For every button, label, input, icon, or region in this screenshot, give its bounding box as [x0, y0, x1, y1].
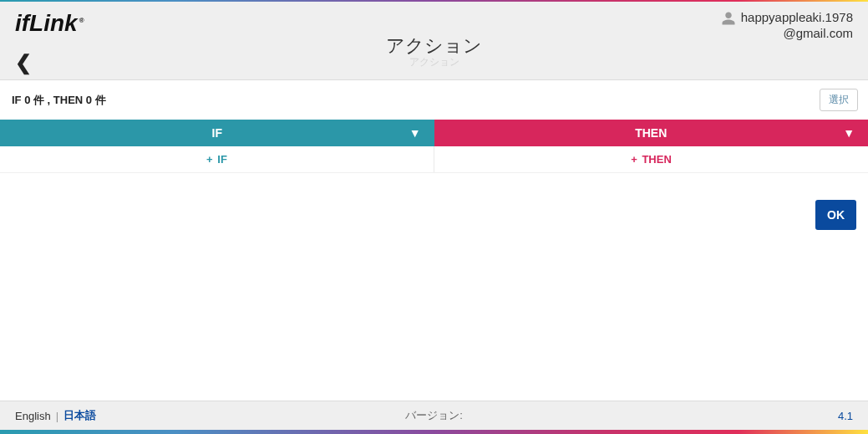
then-column-header[interactable]: THEN ▼: [434, 120, 869, 146]
page-subtitle: アクション: [15, 55, 853, 69]
language-switcher: English | 日本語: [15, 408, 96, 423]
lang-english[interactable]: English: [15, 410, 51, 422]
version-label: バージョン:: [405, 408, 463, 423]
header: ifLink® happyappleaki.1978 @gmail.com アク…: [0, 2, 868, 80]
add-then-label: THEN: [642, 153, 671, 166]
status-text: IF 0 件 , THEN 0 件: [12, 93, 106, 108]
then-column-label: THEN: [635, 126, 667, 140]
user-account[interactable]: happyappleaki.1978 @gmail.com: [721, 10, 853, 42]
user-domain: @gmail.com: [741, 26, 853, 42]
version-value: 4.1: [838, 410, 853, 422]
select-button[interactable]: 選択: [820, 89, 858, 111]
add-if-button[interactable]: + IF: [0, 146, 434, 172]
plus-icon: +: [631, 153, 637, 166]
chevron-down-icon: ▼: [409, 126, 421, 140]
footer: English | 日本語 バージョン: 4.1: [0, 401, 868, 430]
columns-header: IF ▼ THEN ▼: [0, 120, 868, 146]
lang-separator: |: [56, 410, 58, 422]
logo-trademark: ®: [79, 17, 84, 24]
chevron-down-icon: ▼: [843, 126, 855, 140]
footer-wrap: English | 日本語 バージョン: 4.1: [0, 401, 868, 434]
if-column-header[interactable]: IF ▼: [0, 120, 434, 146]
logo-text: ifLink: [15, 10, 78, 36]
if-column-label: IF: [212, 126, 222, 140]
user-icon: [721, 11, 736, 26]
add-if-label: IF: [217, 153, 227, 166]
user-text: happyappleaki.1978 @gmail.com: [741, 10, 853, 42]
plus-icon: +: [206, 153, 213, 166]
status-row: IF 0 件 , THEN 0 件 選択: [0, 80, 868, 120]
add-then-button[interactable]: + THEN: [434, 146, 868, 172]
user-name: happyappleaki.1978: [741, 10, 853, 26]
lang-japanese[interactable]: 日本語: [63, 408, 96, 423]
back-button[interactable]: ❮: [15, 53, 32, 73]
content-area: OK: [0, 173, 868, 401]
ok-button[interactable]: OK: [815, 200, 856, 230]
columns-add-row: + IF + THEN: [0, 146, 868, 173]
bottom-gradient-bar: [0, 430, 868, 434]
